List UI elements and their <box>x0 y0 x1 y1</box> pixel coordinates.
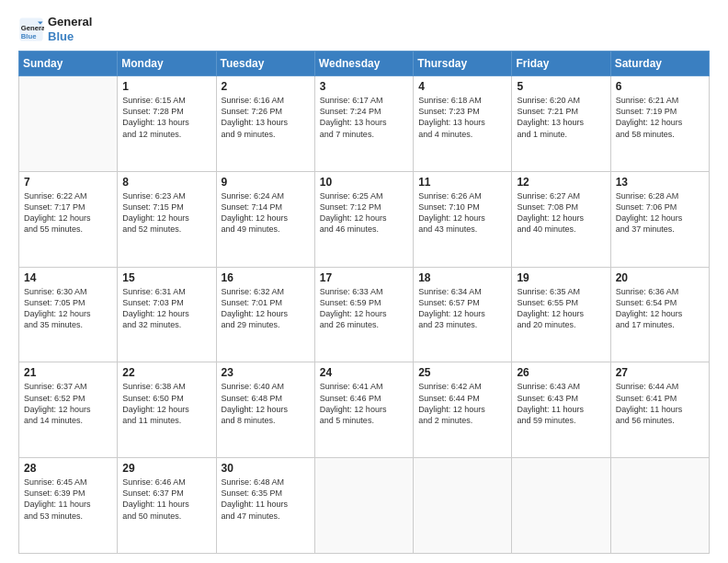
calendar-cell: 23Sunrise: 6:40 AM Sunset: 6:48 PM Dayli… <box>216 362 314 458</box>
weekday-header-row: SundayMondayTuesdayWednesdayThursdayFrid… <box>19 52 710 76</box>
calendar-cell <box>512 458 610 554</box>
day-number: 29 <box>122 462 210 475</box>
calendar-cell: 28Sunrise: 6:45 AM Sunset: 6:39 PM Dayli… <box>19 458 118 554</box>
day-info: Sunrise: 6:36 AM Sunset: 6:54 PM Dayligh… <box>616 286 704 331</box>
calendar-week-row: 7Sunrise: 6:22 AM Sunset: 7:17 PM Daylig… <box>19 171 710 267</box>
day-info: Sunrise: 6:34 AM Sunset: 6:57 PM Dayligh… <box>418 286 506 331</box>
day-number: 30 <box>222 462 310 475</box>
calendar-cell <box>414 458 512 554</box>
day-number: 5 <box>517 80 605 93</box>
day-number: 9 <box>222 176 310 189</box>
weekday-header: Thursday <box>414 52 512 76</box>
calendar-cell: 7Sunrise: 6:22 AM Sunset: 7:17 PM Daylig… <box>19 171 118 267</box>
day-info: Sunrise: 6:40 AM Sunset: 6:48 PM Dayligh… <box>222 381 310 426</box>
day-info: Sunrise: 6:28 AM Sunset: 7:06 PM Dayligh… <box>616 190 704 236</box>
day-info: Sunrise: 6:17 AM Sunset: 7:24 PM Dayligh… <box>320 95 408 140</box>
day-number: 17 <box>320 271 408 284</box>
day-number: 25 <box>418 366 506 379</box>
calendar-cell <box>19 76 118 172</box>
day-info: Sunrise: 6:43 AM Sunset: 6:43 PM Dayligh… <box>517 381 605 426</box>
calendar-cell: 3Sunrise: 6:17 AM Sunset: 7:24 PM Daylig… <box>314 76 413 172</box>
calendar-cell: 8Sunrise: 6:23 AM Sunset: 7:15 PM Daylig… <box>118 171 216 267</box>
calendar-cell <box>314 458 413 554</box>
day-info: Sunrise: 6:33 AM Sunset: 6:59 PM Dayligh… <box>320 286 408 331</box>
day-number: 22 <box>122 366 210 379</box>
day-number: 8 <box>122 176 210 189</box>
calendar-cell: 26Sunrise: 6:43 AM Sunset: 6:43 PM Dayli… <box>512 362 610 458</box>
day-number: 27 <box>616 366 704 379</box>
day-number: 26 <box>517 366 605 379</box>
day-number: 3 <box>320 80 408 93</box>
day-number: 2 <box>222 80 310 93</box>
calendar-cell: 11Sunrise: 6:26 AM Sunset: 7:10 PM Dayli… <box>414 171 512 267</box>
weekday-header: Friday <box>512 52 610 76</box>
weekday-header: Saturday <box>610 52 709 76</box>
day-number: 7 <box>24 176 112 189</box>
logo: General Blue General Blue <box>18 15 92 43</box>
header: General Blue General Blue <box>18 15 710 43</box>
day-number: 1 <box>122 80 210 93</box>
day-info: Sunrise: 6:22 AM Sunset: 7:17 PM Dayligh… <box>24 190 112 236</box>
day-info: Sunrise: 6:38 AM Sunset: 6:50 PM Dayligh… <box>122 381 210 426</box>
day-info: Sunrise: 6:20 AM Sunset: 7:21 PM Dayligh… <box>517 95 605 140</box>
calendar-cell: 12Sunrise: 6:27 AM Sunset: 7:08 PM Dayli… <box>512 171 610 267</box>
day-number: 11 <box>418 176 506 189</box>
logo-text: General Blue <box>48 15 92 43</box>
day-number: 21 <box>24 366 112 379</box>
day-number: 19 <box>517 271 605 284</box>
calendar-cell: 24Sunrise: 6:41 AM Sunset: 6:46 PM Dayli… <box>314 362 413 458</box>
day-info: Sunrise: 6:42 AM Sunset: 6:44 PM Dayligh… <box>418 381 506 426</box>
calendar-week-row: 21Sunrise: 6:37 AM Sunset: 6:52 PM Dayli… <box>19 362 710 458</box>
day-number: 6 <box>616 80 704 93</box>
day-number: 20 <box>616 271 704 284</box>
day-info: Sunrise: 6:30 AM Sunset: 7:05 PM Dayligh… <box>24 286 112 331</box>
calendar-cell: 20Sunrise: 6:36 AM Sunset: 6:54 PM Dayli… <box>610 267 709 362</box>
weekday-header: Tuesday <box>216 52 314 76</box>
day-info: Sunrise: 6:23 AM Sunset: 7:15 PM Dayligh… <box>122 190 210 236</box>
day-info: Sunrise: 6:46 AM Sunset: 6:37 PM Dayligh… <box>122 477 210 522</box>
day-number: 24 <box>320 366 408 379</box>
calendar-cell: 15Sunrise: 6:31 AM Sunset: 7:03 PM Dayli… <box>118 267 216 362</box>
calendar-cell: 14Sunrise: 6:30 AM Sunset: 7:05 PM Dayli… <box>19 267 118 362</box>
calendar-cell: 2Sunrise: 6:16 AM Sunset: 7:26 PM Daylig… <box>216 76 314 172</box>
day-info: Sunrise: 6:45 AM Sunset: 6:39 PM Dayligh… <box>24 477 112 522</box>
calendar-cell: 27Sunrise: 6:44 AM Sunset: 6:41 PM Dayli… <box>610 362 709 458</box>
calendar-cell: 9Sunrise: 6:24 AM Sunset: 7:14 PM Daylig… <box>216 171 314 267</box>
day-info: Sunrise: 6:16 AM Sunset: 7:26 PM Dayligh… <box>222 95 310 140</box>
weekday-header: Monday <box>118 52 216 76</box>
day-info: Sunrise: 6:26 AM Sunset: 7:10 PM Dayligh… <box>418 190 506 236</box>
calendar-cell: 18Sunrise: 6:34 AM Sunset: 6:57 PM Dayli… <box>414 267 512 362</box>
calendar-table: SundayMondayTuesdayWednesdayThursdayFrid… <box>18 51 710 554</box>
day-info: Sunrise: 6:41 AM Sunset: 6:46 PM Dayligh… <box>320 381 408 426</box>
calendar-cell: 10Sunrise: 6:25 AM Sunset: 7:12 PM Dayli… <box>314 171 413 267</box>
calendar-cell: 17Sunrise: 6:33 AM Sunset: 6:59 PM Dayli… <box>314 267 413 362</box>
day-info: Sunrise: 6:31 AM Sunset: 7:03 PM Dayligh… <box>122 286 210 331</box>
day-number: 28 <box>24 462 112 475</box>
calendar-cell: 22Sunrise: 6:38 AM Sunset: 6:50 PM Dayli… <box>118 362 216 458</box>
calendar-week-row: 14Sunrise: 6:30 AM Sunset: 7:05 PM Dayli… <box>19 267 710 362</box>
weekday-header: Wednesday <box>314 52 413 76</box>
day-info: Sunrise: 6:27 AM Sunset: 7:08 PM Dayligh… <box>517 190 605 236</box>
day-info: Sunrise: 6:32 AM Sunset: 7:01 PM Dayligh… <box>222 286 310 331</box>
calendar-cell: 16Sunrise: 6:32 AM Sunset: 7:01 PM Dayli… <box>216 267 314 362</box>
day-info: Sunrise: 6:44 AM Sunset: 6:41 PM Dayligh… <box>616 381 704 426</box>
day-number: 12 <box>517 176 605 189</box>
calendar-cell: 29Sunrise: 6:46 AM Sunset: 6:37 PM Dayli… <box>118 458 216 554</box>
page: General Blue General Blue SundayMondayTu… <box>0 0 728 563</box>
day-number: 23 <box>222 366 310 379</box>
day-number: 15 <box>122 271 210 284</box>
calendar-cell: 4Sunrise: 6:18 AM Sunset: 7:23 PM Daylig… <box>414 76 512 172</box>
day-info: Sunrise: 6:24 AM Sunset: 7:14 PM Dayligh… <box>222 190 310 236</box>
weekday-header: Sunday <box>19 52 118 76</box>
day-number: 16 <box>222 271 310 284</box>
calendar-cell: 5Sunrise: 6:20 AM Sunset: 7:21 PM Daylig… <box>512 76 610 172</box>
svg-text:Blue: Blue <box>21 31 37 40</box>
calendar-cell: 6Sunrise: 6:21 AM Sunset: 7:19 PM Daylig… <box>610 76 709 172</box>
day-number: 4 <box>418 80 506 93</box>
day-number: 10 <box>320 176 408 189</box>
calendar-cell: 30Sunrise: 6:48 AM Sunset: 6:35 PM Dayli… <box>216 458 314 554</box>
day-info: Sunrise: 6:18 AM Sunset: 7:23 PM Dayligh… <box>418 95 506 140</box>
svg-text:General: General <box>21 24 44 32</box>
day-info: Sunrise: 6:21 AM Sunset: 7:19 PM Dayligh… <box>616 95 704 140</box>
day-number: 13 <box>616 176 704 189</box>
